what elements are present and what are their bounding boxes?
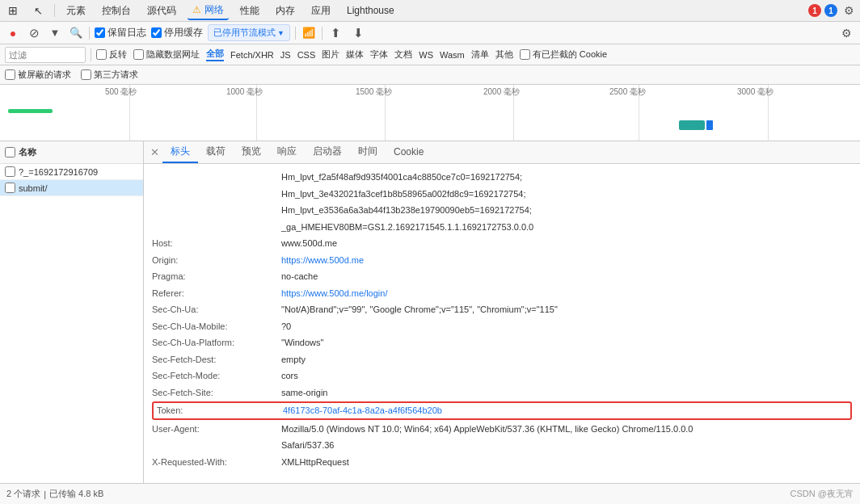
wifi-icon[interactable]: 📶 [301, 25, 317, 41]
third-party-label[interactable]: 第三方请求 [81, 69, 138, 81]
filter-btn[interactable]: ▼ [47, 25, 63, 41]
sources-label: 源代码 [147, 4, 176, 18]
tab-preview[interactable]: 预览 [234, 141, 269, 163]
filter-wasm[interactable]: Wasm [440, 50, 465, 60]
performance-label: 性能 [240, 4, 259, 18]
select-all-checkbox[interactable] [5, 147, 15, 158]
toolbar-network[interactable]: ⚠ 网络 [188, 2, 229, 20]
filter-row: 反转 隐藏数据网址 全部 Fetch/XHR JS CSS 图片 媒体 字体 文… [0, 44, 860, 65]
status-bar: 2 个请求 | 已传输 4.8 kB CSDN @夜无宵 [0, 483, 860, 504]
layout-icon: ⊞ [8, 4, 18, 17]
request-2-checkbox[interactable] [5, 183, 15, 193]
second-toolbar: ● ⊘ ▼ 🔍 保留日志 停用缓存 已停用节流模式 ▼ 📶 ⬆ ⬇ ⚙ [0, 22, 860, 44]
toolbar-console[interactable]: 控制台 [97, 2, 136, 19]
filter-reverse[interactable]: 反转 [96, 48, 127, 61]
header-host: Host: www.500d.me [152, 235, 852, 252]
gear-icon[interactable]: ⚙ [841, 2, 857, 19]
csdn-watermark: CSDN @夜无宵 [790, 488, 854, 500]
offline-mode-btn[interactable]: 已停用节流模式 ▼ [208, 24, 290, 41]
hidden-requests-checkbox[interactable] [5, 69, 15, 80]
export-btn[interactable]: ⬆ [327, 24, 345, 42]
header-origin: Origin: https://www.500d.me [152, 252, 852, 269]
top-toolbar: ⊞ ↖ 元素 控制台 源代码 ⚠ 网络 性能 内存 应用 Lighthouse … [0, 0, 860, 22]
filter-hide-data-checkbox[interactable] [133, 49, 144, 60]
filter-doc[interactable]: 文档 [394, 48, 412, 61]
filter-fetch[interactable]: Fetch/XHR [230, 50, 274, 60]
record-stop-btn[interactable]: ● [5, 25, 21, 41]
filter-other[interactable]: 其他 [495, 48, 513, 61]
tab-headers[interactable]: 标头 [162, 141, 198, 163]
timeline-bar-green [8, 109, 53, 113]
header-sec-fetch-mode: Sec-Fetch-Mode: cors [152, 368, 852, 384]
request-item-1[interactable]: ?_=1692172916709 [0, 164, 143, 180]
left-panel: 名称 ?_=1692172916709 submit/ [0, 141, 144, 483]
import-btn[interactable]: ⬇ [350, 24, 368, 42]
header-pragma: Pragma: no-cache [152, 268, 852, 285]
sep1 [54, 4, 55, 17]
toolbar-sources[interactable]: 源代码 [142, 2, 181, 19]
network-label: 网络 [204, 3, 224, 17]
toolbar-inspect-icon[interactable]: ↖ [29, 3, 48, 19]
filter-chips: 反转 隐藏数据网址 全部 Fetch/XHR JS CSS 图片 媒体 字体 文… [96, 48, 607, 61]
timeline-area: 500 毫秒 1000 毫秒 1500 毫秒 2000 毫秒 2500 毫秒 3… [0, 85, 860, 141]
timeline-bar-blue [706, 120, 713, 130]
timeline-label-2500: 2500 毫秒 [609, 86, 646, 98]
filter-js[interactable]: JS [280, 50, 291, 60]
preserve-log-label[interactable]: 保留日志 [95, 26, 146, 40]
tab-initiator[interactable]: 启动器 [305, 141, 350, 163]
header-line-1: Hm_lpvt_3e432021fa3cef1b8b58965a002fd8c9… [152, 186, 852, 203]
filter-input[interactable] [5, 47, 86, 63]
filter-media[interactable]: 媒体 [346, 48, 364, 61]
toolbar-lighthouse[interactable]: Lighthouse [342, 3, 399, 18]
tab-response[interactable]: 响应 [269, 141, 305, 163]
tab-payload[interactable]: 载荷 [198, 141, 234, 163]
checkbox-row: 被屏蔽的请求 第三方请求 [0, 65, 860, 85]
transferred-size: 已传输 4.8 kB [49, 488, 103, 500]
third-party-checkbox[interactable] [81, 69, 91, 80]
filter-blocked-cookies[interactable]: 有已拦截的 Cookie [520, 48, 607, 61]
timeline-label-1500: 1500 毫秒 [356, 86, 392, 98]
badges-group: 1 1 ⚙ [808, 2, 857, 19]
settings-btn[interactable]: ⚙ [837, 24, 855, 42]
search-btn[interactable]: 🔍 [68, 25, 84, 41]
offline-mode-text: 已停用节流模式 [213, 27, 276, 39]
clear-btn[interactable]: ⊘ [26, 25, 42, 41]
filter-font[interactable]: 字体 [370, 48, 388, 61]
toolbar-application[interactable]: 应用 [306, 2, 335, 19]
preserve-log-text: 保留日志 [108, 26, 146, 40]
toolbar-performance[interactable]: 性能 [235, 2, 264, 19]
toolbar-layout-icon[interactable]: ⊞ [3, 2, 23, 19]
filter-hide-data[interactable]: 隐藏数据网址 [133, 48, 200, 61]
message-badge: 1 [824, 4, 837, 17]
filter-blocked-checkbox[interactable] [520, 49, 530, 60]
header-content: Hm_lpvt_f2a5f48af9d935f4001ca4c8850ce7c0… [144, 164, 860, 483]
tab-close-btn[interactable]: ✕ [147, 146, 162, 158]
toolbar-memory[interactable]: 内存 [271, 2, 300, 19]
hidden-requests-label[interactable]: 被屏蔽的请求 [5, 69, 71, 81]
request-1-checkbox[interactable] [5, 166, 15, 177]
header-line-3: _ga_HMEHEV80BM=GS1.2.1692171545.1.1.1692… [152, 219, 852, 236]
preserve-log-checkbox[interactable] [95, 27, 105, 38]
header-x-requested-with: X-Requested-With: XMLHttpRequest [152, 454, 852, 471]
tab-timing[interactable]: 时间 [350, 141, 386, 163]
request-item-2[interactable]: submit/ [0, 180, 143, 196]
inspect-icon: ↖ [34, 5, 43, 17]
timeline-label-3000: 3000 毫秒 [737, 86, 774, 98]
filter-all[interactable]: 全部 [206, 48, 224, 61]
filter-img[interactable]: 图片 [322, 48, 339, 61]
disable-cache-label[interactable]: 停用缓存 [151, 26, 203, 40]
filter-css[interactable]: CSS [297, 50, 316, 60]
sep4 [322, 27, 322, 40]
filter-ws[interactable]: WS [419, 50, 433, 60]
filter-manifest[interactable]: 清单 [471, 48, 489, 61]
header-line-0: Hm_lpvt_f2a5f48af9d935f4001ca4c8850ce7c0… [152, 169, 852, 186]
sep3 [295, 27, 296, 40]
status-sep: | [44, 489, 46, 499]
disable-cache-checkbox[interactable] [151, 27, 162, 38]
request-count: 2 个请求 [6, 488, 40, 500]
toolbar-elements[interactable]: 元素 [61, 2, 91, 19]
filter-reverse-checkbox[interactable] [96, 49, 107, 60]
tab-cookies[interactable]: Cookie [386, 143, 432, 162]
timeline-bar-teal [679, 120, 705, 130]
header-token: Token: 4f6173c8-70af-4c1a-8a2a-a4f6f564b… [152, 401, 852, 420]
